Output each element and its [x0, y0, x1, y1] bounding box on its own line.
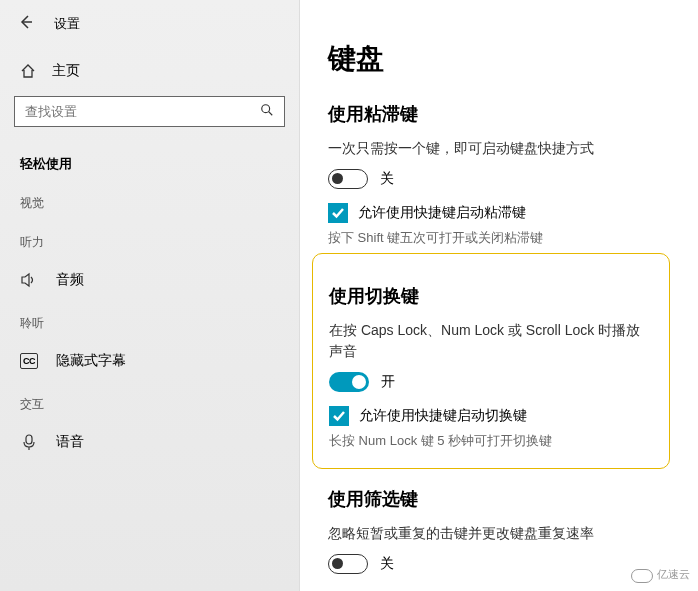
section-toggle-title: 使用切换键	[329, 284, 653, 308]
check-icon	[331, 206, 345, 220]
home-icon	[20, 63, 36, 79]
page-title: 键盘	[328, 40, 670, 78]
sticky-toggle-row: 关	[328, 169, 670, 189]
nav-captions-label: 隐藏式字幕	[56, 352, 126, 370]
nav-audio[interactable]: 音频	[0, 259, 299, 301]
sticky-checkbox-row: 允许使用快捷键启动粘滞键	[328, 203, 670, 223]
watermark: 亿速云	[631, 565, 690, 583]
section-filter-title: 使用筛选键	[328, 487, 670, 511]
toggle-keys-checkbox-row: 允许使用快捷键启动切换键	[329, 406, 653, 426]
nav-home[interactable]: 主页	[0, 52, 299, 90]
sticky-checkbox[interactable]	[328, 203, 348, 223]
sticky-hint: 按下 Shift 键五次可打开或关闭粘滞键	[328, 229, 670, 247]
toggle-keys-checkbox-label: 允许使用快捷键启动切换键	[359, 407, 527, 425]
nav-home-label: 主页	[52, 62, 80, 80]
search-icon	[260, 103, 274, 120]
watermark-text: 亿速云	[657, 567, 690, 582]
filter-toggle-row: 关	[328, 554, 670, 574]
nav-captions[interactable]: CC 隐藏式字幕	[0, 340, 299, 382]
group-hearing: 听力	[0, 220, 299, 259]
check-icon	[332, 409, 346, 423]
back-button[interactable]	[18, 14, 34, 34]
toggle-keys-toggle[interactable]	[329, 372, 369, 392]
sticky-checkbox-label: 允许使用快捷键启动粘滞键	[358, 204, 526, 222]
section-filter-desc: 忽略短暂或重复的击键并更改键盘重复速率	[328, 523, 670, 544]
group-listen: 聆听	[0, 301, 299, 340]
mic-icon	[20, 434, 38, 450]
search-input[interactable]	[25, 104, 260, 119]
svg-point-0	[262, 105, 270, 113]
back-arrow-icon	[18, 14, 34, 30]
section-toggle-desc: 在按 Caps Lock、Num Lock 或 Scroll Lock 时播放声…	[329, 320, 653, 362]
main-content: 键盘 使用粘滞键 一次只需按一个键，即可启动键盘快捷方式 关 允许使用快捷键启动…	[300, 0, 698, 591]
group-vision: 视觉	[0, 181, 299, 220]
category-current: 轻松使用	[0, 141, 299, 181]
filter-toggle-label: 关	[380, 555, 394, 573]
toggle-keys-toggle-row: 开	[329, 372, 653, 392]
toggle-keys-hint: 长按 Num Lock 键 5 秒钟可打开切换键	[329, 432, 653, 450]
section-sticky-desc: 一次只需按一个键，即可启动键盘快捷方式	[328, 138, 670, 159]
sticky-toggle[interactable]	[328, 169, 368, 189]
cloud-icon	[631, 565, 653, 583]
section-sticky-title: 使用粘滞键	[328, 102, 670, 126]
toggle-keys-toggle-label: 开	[381, 373, 395, 391]
group-interact: 交互	[0, 382, 299, 421]
nav-speech-label: 语音	[56, 433, 84, 451]
filter-toggle[interactable]	[328, 554, 368, 574]
cc-icon: CC	[20, 353, 38, 369]
search-box[interactable]	[14, 96, 285, 127]
titlebar: 设置	[0, 14, 299, 52]
svg-rect-1	[26, 435, 32, 444]
nav-speech[interactable]: 语音	[0, 421, 299, 463]
toggle-keys-highlight: 使用切换键 在按 Caps Lock、Num Lock 或 Scroll Loc…	[312, 253, 670, 469]
sidebar: 设置 主页 轻松使用 视觉 听力 音频 聆听 CC 隐藏式字幕 交互 语音	[0, 0, 300, 591]
toggle-keys-checkbox[interactable]	[329, 406, 349, 426]
nav-audio-label: 音频	[56, 271, 84, 289]
sticky-toggle-label: 关	[380, 170, 394, 188]
speaker-icon	[20, 272, 38, 288]
window-title: 设置	[54, 15, 80, 33]
